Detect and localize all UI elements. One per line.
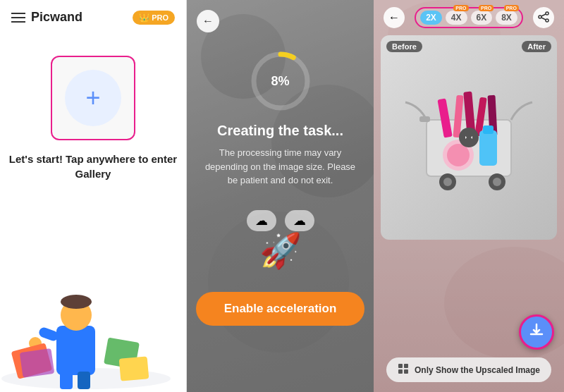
svg-rect-40	[483, 125, 494, 134]
home-header: Picwand 👑 PRO	[0, 0, 186, 35]
pro-tag-4x: PRO	[453, 5, 468, 11]
download-button[interactable]	[519, 314, 554, 350]
upload-box[interactable]: +	[51, 56, 135, 140]
result-panel: ← 2X PRO 4X PRO 6X PRO 8X	[374, 0, 564, 392]
cloud-left: ☁	[247, 210, 276, 231]
svg-rect-2	[60, 372, 73, 389]
result-back-icon: ←	[388, 11, 400, 24]
scale-options: 2X PRO 4X PRO 6X PRO 8X	[415, 7, 523, 28]
svg-point-29	[443, 178, 452, 186]
logo-area: Picwand	[11, 10, 82, 25]
scale-2x-button[interactable]: 2X	[420, 11, 442, 25]
share-button[interactable]	[533, 7, 554, 28]
back-arrow-icon: ←	[202, 15, 214, 27]
before-label: Before	[386, 41, 422, 52]
scale-8x-button[interactable]: PRO 8X	[496, 11, 517, 25]
rocket-area: ☁ ☁ 🚀	[247, 204, 314, 271]
scale-6x-button[interactable]: PRO 6X	[471, 11, 493, 25]
cloud-right: ☁	[285, 210, 314, 231]
menu-icon[interactable]	[11, 13, 25, 23]
svg-rect-44	[404, 369, 408, 374]
svg-rect-3	[78, 372, 90, 389]
plus-circle: +	[65, 70, 121, 126]
pro-badge[interactable]: 👑 PRO	[133, 11, 175, 25]
svg-rect-6	[37, 326, 59, 343]
svg-rect-39	[479, 130, 497, 166]
home-illustration	[0, 248, 186, 392]
processing-content: 8% Creating the task... The processing t…	[187, 49, 374, 271]
download-icon	[528, 321, 545, 343]
processing-back-button[interactable]: ←	[197, 10, 219, 32]
svg-point-31	[493, 178, 501, 186]
creating-title: Creating the task...	[217, 123, 343, 139]
svg-point-38	[447, 144, 470, 166]
progress-percent: 8%	[271, 74, 289, 89]
before-after-image: Before After	[381, 35, 557, 240]
pro-tag-8x: PRO	[504, 5, 519, 11]
only-upscaled-label: Only Show the Upscaled Image	[415, 365, 540, 375]
upload-text: Let's start! Tap anywhere to enter Galle…	[0, 152, 186, 181]
svg-point-23	[546, 19, 548, 22]
svg-rect-43	[398, 369, 403, 374]
scale-4x-button[interactable]: PRO 4X	[446, 11, 467, 25]
app-title: Picwand	[31, 10, 82, 25]
crown-icon: 👑	[139, 13, 149, 23]
processing-description: The processing time may vary depending o…	[187, 146, 374, 188]
svg-rect-27	[419, 116, 430, 122]
svg-rect-10	[119, 356, 149, 381]
enable-acceleration-button[interactable]: Enable acceleration	[196, 292, 365, 326]
svg-line-25	[541, 18, 546, 20]
svg-rect-1	[56, 326, 95, 375]
svg-line-24	[541, 14, 546, 16]
svg-point-22	[539, 16, 541, 18]
share-icon	[538, 11, 549, 25]
before-after-container: Before After	[381, 35, 557, 240]
after-label: After	[522, 41, 551, 52]
svg-rect-11	[20, 348, 55, 378]
plus-icon: +	[85, 85, 100, 111]
only-upscaled-button[interactable]: Only Show the Upscaled Image	[386, 357, 551, 382]
pro-tag-6x: PRO	[479, 5, 494, 11]
svg-rect-41	[398, 364, 403, 368]
svg-point-21	[546, 12, 548, 15]
clouds-area: ☁ ☁	[247, 210, 314, 231]
rocket-icon: 🚀	[259, 231, 302, 271]
comparison-slider[interactable]	[459, 128, 479, 147]
upload-area: + Let's start! Tap anywhere to enter Gal…	[0, 56, 186, 181]
result-header: ← 2X PRO 4X PRO 6X PRO 8X	[374, 0, 564, 35]
svg-point-5	[61, 295, 92, 309]
home-panel: Picwand 👑 PRO + Let's start! Tap anywher…	[0, 0, 187, 392]
svg-rect-42	[404, 364, 408, 368]
processing-panel: ← 8% Creating the task... The processing…	[187, 0, 374, 392]
result-back-button[interactable]: ←	[384, 7, 405, 28]
grid-icon	[398, 363, 409, 376]
progress-ring: 8%	[249, 49, 312, 113]
